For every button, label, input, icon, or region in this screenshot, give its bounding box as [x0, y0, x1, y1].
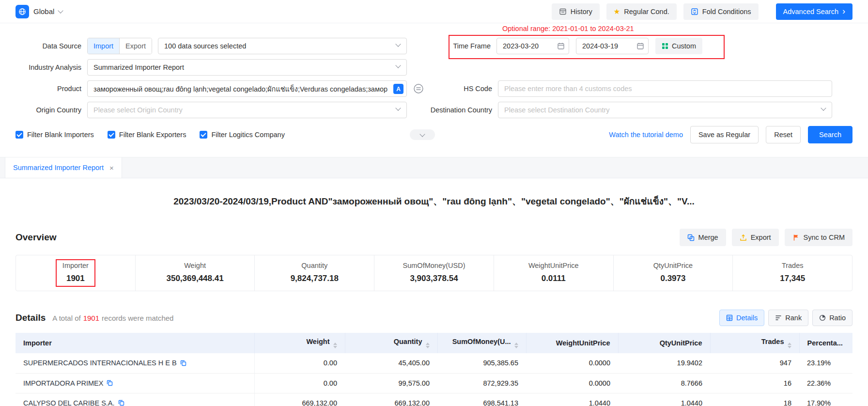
- custom-grid-icon: [662, 43, 668, 49]
- overview-title: Overview: [16, 232, 57, 243]
- tab-strip: Summarized Importer Report ×: [0, 157, 868, 178]
- industry-analysis-label: Industry Analysis: [16, 63, 87, 71]
- merge-button[interactable]: Merge: [680, 229, 726, 246]
- stat-sum-of-money: SumOfMoney(USD) 3,903,378.54: [374, 255, 494, 291]
- origin-country-label: Origin Country: [16, 106, 87, 114]
- importer-link[interactable]: CALYPSO DEL CARIBE S.A.: [23, 399, 115, 406]
- export-button[interactable]: Export: [732, 229, 779, 246]
- details-match-summary: A total of1901records were matched: [52, 314, 173, 322]
- sort-icons: [788, 343, 791, 348]
- import-export-toggle: Import Export: [87, 38, 152, 54]
- history-button[interactable]: History: [552, 3, 600, 20]
- flag-icon: [792, 234, 800, 241]
- rank-bars-icon: [775, 314, 782, 321]
- globe-icon: [16, 5, 29, 18]
- stat-weight-unit-price: WeightUnitPrice 0.0111: [494, 255, 613, 291]
- table-row: CALYPSO DEL CARIBE S.A. 669,132.00 669,1…: [16, 393, 852, 406]
- stat-qty-unit-price: QtyUnitPrice 0.3973: [613, 255, 733, 291]
- importer-link[interactable]: IMPORTADORA PRIMEX: [23, 379, 103, 387]
- time-frame-zone: Optional range: 2021-01-01 to 2024-03-21…: [407, 38, 702, 54]
- col-qty-unit-price: QtyUnitPrice: [618, 333, 710, 353]
- tutorial-demo-link[interactable]: Watch the tutorial demo: [609, 131, 683, 139]
- chevron-down-icon: [395, 105, 401, 110]
- chevron-down-icon: [395, 41, 401, 47]
- save-as-regular-button[interactable]: Save as Regular: [690, 126, 759, 143]
- stat-importer: Importer 1901: [16, 255, 135, 291]
- regular-cond-button[interactable]: ★ Regular Cond.: [606, 3, 677, 20]
- filter-blank-importers-checkbox[interactable]: Filter Blank Importers: [16, 131, 94, 139]
- search-filter-panel: Data Source Import Export 100 data sourc…: [0, 23, 868, 153]
- chevron-right-icon: ›: [842, 7, 845, 16]
- col-quantity[interactable]: Quantity: [345, 333, 437, 353]
- checkbox-checked-icon: [108, 131, 115, 139]
- end-date-field: [576, 38, 649, 54]
- reset-button[interactable]: Reset: [766, 126, 801, 143]
- search-button[interactable]: Search: [808, 126, 852, 143]
- view-ratio-button[interactable]: Ratio: [812, 310, 852, 326]
- col-percentage: Percenta...: [799, 333, 852, 353]
- import-toggle[interactable]: Import: [88, 38, 119, 54]
- table-header-row: Importer Weight Quantity SumOfMoney(U...…: [16, 333, 852, 353]
- collapse-panel-button[interactable]: [410, 129, 435, 140]
- sync-to-crm-button[interactable]: Sync to CRM: [785, 229, 852, 246]
- overview-stats: Importer 1901 Weight 350,369,448.41 Quan…: [16, 255, 852, 291]
- checkbox-checked-icon: [200, 131, 207, 139]
- product-label: Product: [16, 85, 87, 93]
- destination-country-label: Destination Country: [407, 106, 498, 114]
- view-switcher: Details Rank Ratio: [719, 310, 852, 326]
- star-icon: ★: [614, 8, 620, 15]
- view-details-button[interactable]: Details: [719, 310, 764, 326]
- stat-quantity: Quantity 9,824,737.18: [254, 255, 374, 291]
- match-count: 1901: [83, 314, 99, 322]
- advanced-search-button[interactable]: Advanced Search ›: [776, 3, 852, 20]
- copy-icon[interactable]: [118, 400, 124, 406]
- translate-icon[interactable]: A: [393, 84, 403, 94]
- filter-blank-exporters-checkbox[interactable]: Filter Blank Exporters: [108, 131, 186, 139]
- calendar-icon: [636, 42, 644, 50]
- fold-conditions-button[interactable]: Fold Conditions: [683, 3, 759, 20]
- col-trades[interactable]: Trades: [710, 333, 799, 353]
- chevron-down-icon: [821, 105, 826, 110]
- chevron-down-icon: [395, 62, 401, 68]
- copy-icon[interactable]: [107, 380, 113, 386]
- sort-icons: [426, 343, 430, 348]
- topbar: Global History ★ Regular Cond. Fold Cond…: [0, 0, 868, 23]
- query-title: 2023/03/20-2024/03/19,Product AND"заморо…: [16, 194, 852, 208]
- report-content: 2023/03/20-2024/03/19,Product AND"заморо…: [0, 194, 868, 406]
- col-sum-of-money[interactable]: SumOfMoney(U...: [437, 333, 526, 353]
- region-selector[interactable]: Global: [16, 5, 62, 18]
- sort-icons: [333, 343, 337, 348]
- col-weight-unit-price: WeightUnitPrice: [526, 333, 618, 353]
- grid-icon: [726, 314, 733, 321]
- language-circle-icon[interactable]: [413, 83, 424, 94]
- table-row: SUPERMERCADOS INTERNACIONALES H E B 0.00…: [16, 353, 852, 373]
- data-source-select[interactable]: 100 data sources selected: [158, 38, 407, 54]
- export-toggle[interactable]: Export: [119, 38, 152, 54]
- calendar-icon: [557, 42, 565, 50]
- filter-logitics-company-checkbox[interactable]: Filter Logitics Company: [200, 131, 285, 139]
- topbar-actions: History ★ Regular Cond. Fold Conditions …: [552, 3, 852, 20]
- col-importer: Importer: [16, 333, 254, 353]
- hs-code-input[interactable]: [498, 80, 832, 97]
- sort-icons: [514, 343, 518, 348]
- details-table: Importer Weight Quantity SumOfMoney(U...…: [16, 333, 852, 406]
- origin-country-select[interactable]: Please select Origin Country: [87, 102, 407, 118]
- tab-summarized-importer-report[interactable]: Summarized Importer Report ×: [5, 157, 122, 178]
- annotation-text-optional-range: Optional range: 2021-01-01 to 2024-03-21: [502, 25, 634, 32]
- custom-range-button[interactable]: Custom: [655, 38, 702, 54]
- col-weight[interactable]: Weight: [254, 333, 345, 353]
- table-row: IMPORTADORA PRIMEX 0.00 99,575.00 872,92…: [16, 373, 852, 393]
- importer-link[interactable]: SUPERMERCADOS INTERNACIONALES H E B: [23, 359, 177, 367]
- industry-analysis-select[interactable]: Summarized Importer Report: [87, 59, 407, 76]
- fold-conditions-icon: [691, 8, 698, 16]
- start-date-field: [496, 38, 569, 54]
- close-icon[interactable]: ×: [109, 164, 114, 172]
- stat-trades: Trades 17,345: [732, 255, 852, 291]
- chevron-down-icon: [58, 8, 63, 13]
- copy-icon[interactable]: [180, 360, 186, 366]
- time-frame-label: Time Frame: [407, 42, 496, 50]
- destination-country-select[interactable]: Please select Destination Country: [498, 102, 832, 118]
- view-rank-button[interactable]: Rank: [768, 310, 808, 326]
- product-input[interactable]: замороженный овощ;rau đông lạnh;vegetal …: [87, 80, 407, 97]
- details-title: Details: [16, 312, 46, 323]
